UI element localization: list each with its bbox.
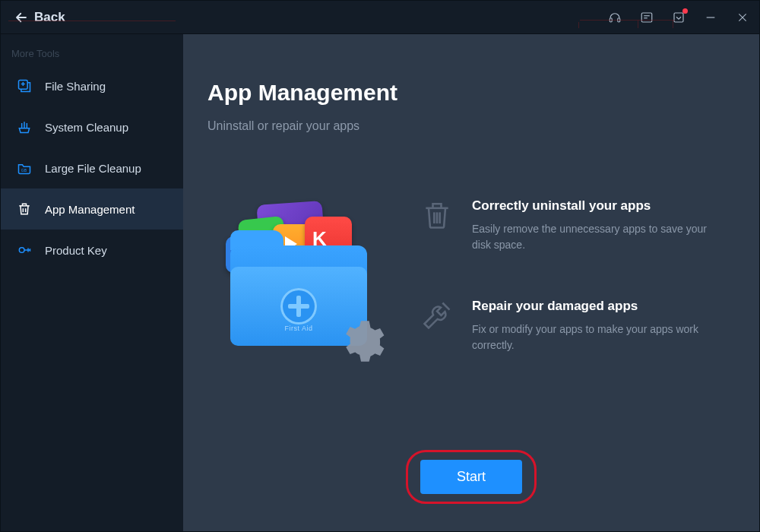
sidebar: More Tools File Sharing System Cleanup G…: [1, 34, 183, 531]
trash-icon: [420, 198, 454, 232]
minimize-button[interactable]: [703, 10, 718, 25]
share-icon: [16, 78, 33, 94]
feature-desc: Easily remove the unnecessary apps to sa…: [472, 221, 723, 253]
sidebar-item-label: Large File Cleanup: [45, 162, 141, 175]
back-button[interactable]: Back: [10, 7, 70, 28]
notification-dot-icon: [682, 8, 688, 14]
svg-point-14: [19, 248, 24, 253]
back-label: Back: [34, 10, 65, 25]
tutorial-highlight: Start: [406, 450, 537, 504]
plus-icon: [280, 288, 317, 325]
feature-list: Correctly uninstall your apps Easily rem…: [420, 194, 736, 353]
feature-text: Correctly uninstall your apps Easily rem…: [472, 198, 723, 253]
feedback-button[interactable]: [639, 10, 654, 25]
svg-rect-2: [618, 17, 620, 21]
feature-title: Repair your damaged apps: [472, 299, 723, 314]
folder-gb-icon: GB: [16, 160, 33, 176]
sidebar-item-product-key[interactable]: Product Key: [1, 230, 183, 271]
broom-icon: [16, 119, 33, 135]
page-subtitle: Uninstall or repair your apps: [207, 119, 736, 133]
sidebar-header: More Tools: [1, 40, 183, 65]
sidebar-item-system-cleanup[interactable]: System Cleanup: [1, 106, 183, 147]
illustration: First Aid: [207, 194, 390, 369]
sidebar-item-app-management[interactable]: App Management: [1, 188, 183, 230]
sidebar-item-large-file-cleanup[interactable]: GB Large File Cleanup: [1, 147, 183, 188]
key-icon: [16, 242, 33, 258]
trash-icon: [16, 201, 33, 217]
app-window: Back More Tools: [0, 0, 760, 532]
svg-text:GB: GB: [21, 168, 27, 173]
content-row: First Aid Correctly uninstall your apps …: [207, 194, 736, 369]
arrow-left-icon: [14, 11, 28, 24]
start-button[interactable]: Start: [420, 460, 522, 494]
main-panel: App Management Uninstall or repair your …: [183, 34, 759, 531]
wrench-icon: [420, 299, 454, 332]
start-area: Start: [406, 450, 537, 504]
feature-desc: Fix or modify your apps to make your app…: [472, 321, 723, 353]
sidebar-item-label: File Sharing: [45, 80, 106, 93]
feature-repair: Repair your damaged apps Fix or modify y…: [420, 299, 736, 353]
titlebar: Back: [1, 1, 759, 34]
page-title: App Management: [207, 80, 736, 106]
svg-rect-1: [610, 17, 612, 21]
svg-rect-3: [641, 13, 652, 22]
feature-text: Repair your damaged apps Fix or modify y…: [472, 299, 723, 353]
body: More Tools File Sharing System Cleanup G…: [1, 34, 759, 531]
menu-button[interactable]: [671, 10, 686, 25]
support-button[interactable]: [607, 10, 622, 25]
svg-rect-6: [674, 13, 683, 22]
sidebar-item-label: System Cleanup: [45, 121, 128, 134]
window-controls: [607, 10, 750, 25]
sidebar-item-label: App Management: [45, 203, 135, 216]
gear-icon: [337, 317, 385, 366]
sidebar-item-file-sharing[interactable]: File Sharing: [1, 65, 183, 106]
sidebar-item-label: Product Key: [45, 244, 107, 257]
feature-uninstall: Correctly uninstall your apps Easily rem…: [420, 198, 736, 253]
close-button[interactable]: [735, 10, 750, 25]
feature-title: Correctly uninstall your apps: [472, 198, 723, 214]
